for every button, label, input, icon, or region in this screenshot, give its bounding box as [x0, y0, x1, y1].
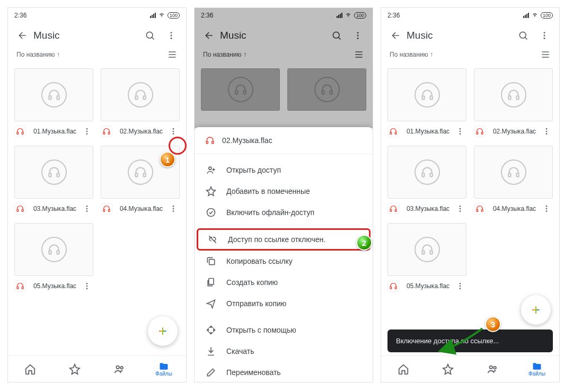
svg-rect-33: [57, 251, 59, 254]
file-more-button[interactable]: [167, 204, 180, 213]
view-list-icon[interactable]: [540, 49, 551, 60]
more-vert-icon: [540, 31, 549, 40]
star-icon: [205, 186, 217, 197]
sheet-item-link-access[interactable]: Доступ по ссылке отключен.: [197, 228, 371, 251]
file-more-button[interactable]: [167, 127, 180, 136]
home-icon: [398, 363, 409, 375]
svg-point-84: [546, 206, 548, 207]
svg-point-91: [460, 283, 461, 284]
file-grid: 01.Музыка.flac 02.Музыка.flac 03.Музыка.…: [381, 64, 559, 296]
rename-icon: [205, 367, 217, 378]
headphones-icon: [41, 82, 67, 108]
file-tile[interactable]: 05.Музыка.flac: [385, 223, 469, 292]
back-button[interactable]: [12, 30, 33, 41]
sheet-label: Создать копию: [226, 278, 278, 287]
sheet-label: Копировать ссылку: [226, 257, 293, 265]
svg-rect-69: [481, 132, 483, 134]
scrim[interactable]: [195, 8, 373, 128]
sheet-label: Скачать: [226, 347, 254, 355]
svg-rect-81: [516, 173, 518, 177]
nav-files[interactable]: Файлы: [142, 356, 186, 382]
svg-rect-74: [430, 173, 432, 177]
folder-icon: [531, 361, 543, 372]
headphones-icon: [415, 159, 440, 185]
file-tile[interactable]: 03.Музыка.flac: [385, 146, 469, 215]
svg-rect-7: [22, 132, 23, 134]
sort-row[interactable]: По названию ↑: [8, 48, 186, 64]
sheet-item-open-with[interactable]: Открыть с помощью: [195, 319, 373, 341]
sheet-item-offline[interactable]: Включить офлайн-доступ: [195, 202, 373, 223]
file-more-button[interactable]: [81, 282, 93, 290]
sheet-item-star[interactable]: Добавить в помеченные: [195, 181, 373, 202]
svg-point-15: [173, 128, 174, 130]
svg-rect-60: [430, 96, 432, 100]
sort-row[interactable]: По названию ↑: [381, 48, 559, 64]
nav-home[interactable]: [381, 356, 426, 382]
file-tile[interactable]: 01.Музыка.flac: [12, 68, 95, 137]
sheet-item-send-copy[interactable]: Отправить копию: [195, 293, 373, 314]
file-more-button[interactable]: [540, 127, 553, 136]
nav-shared[interactable]: [97, 356, 142, 382]
nav-shared[interactable]: [470, 356, 515, 382]
svg-rect-90: [395, 287, 396, 289]
audio-badge-icon: [101, 126, 112, 137]
overflow-button[interactable]: [534, 31, 555, 40]
file-tile[interactable]: 02.Музыка.flac: [472, 68, 555, 137]
nav-starred[interactable]: [52, 356, 97, 382]
file-name: 03.Музыка.flac: [402, 205, 454, 212]
bottom-nav: Файлы: [8, 355, 186, 382]
svg-point-64: [460, 131, 461, 132]
search-button[interactable]: [139, 30, 161, 41]
view-list-icon[interactable]: [167, 49, 178, 60]
star-icon: [69, 363, 81, 375]
svg-rect-27: [103, 209, 105, 211]
audio-badge-icon: [14, 203, 26, 215]
search-button[interactable]: [513, 30, 534, 41]
audio-badge-icon: [14, 126, 26, 137]
nav-files[interactable]: Файлы: [515, 356, 559, 382]
file-more-button[interactable]: [454, 127, 466, 136]
sheet-item-make-copy[interactable]: Создать копию: [195, 272, 373, 293]
overflow-button[interactable]: [161, 31, 182, 40]
sheet-item-copy-link[interactable]: Копировать ссылку: [195, 251, 373, 272]
battery-level: 100: [168, 12, 180, 19]
app-bar-title: Music: [407, 30, 513, 41]
file-more-button[interactable]: [81, 204, 93, 213]
svg-point-0: [146, 32, 153, 38]
step-badge-1: 1: [160, 152, 175, 167]
svg-point-93: [460, 288, 461, 289]
file-tile[interactable]: 05.Музыка.flac: [12, 223, 95, 292]
file-tile[interactable]: 02.Музыка.flac: [99, 68, 182, 137]
svg-point-78: [460, 208, 461, 210]
file-more-button[interactable]: [540, 204, 553, 213]
file-name: 03.Музыка.flac: [29, 205, 81, 212]
file-more-button[interactable]: [81, 127, 93, 136]
file-tile[interactable]: 01.Музыка.flac: [385, 68, 469, 137]
nav-starred[interactable]: [426, 356, 470, 382]
people-icon: [486, 363, 499, 375]
back-button[interactable]: [385, 30, 407, 41]
svg-rect-25: [135, 173, 137, 177]
file-name: 02.Музыка.flac: [116, 128, 167, 135]
file-tile[interactable]: 04.Музыка.flac: [472, 146, 555, 215]
file-more-button[interactable]: [454, 204, 466, 213]
sheet-item-download[interactable]: Скачать: [195, 341, 373, 362]
svg-rect-59: [422, 96, 424, 100]
sheet-item-share[interactable]: Открыть доступ: [195, 159, 373, 181]
svg-point-40: [120, 366, 123, 369]
audio-badge-icon: [204, 135, 216, 146]
svg-rect-5: [57, 96, 59, 100]
svg-point-86: [546, 210, 548, 212]
nav-home[interactable]: [8, 356, 52, 382]
svg-point-8: [86, 128, 88, 130]
fab-add[interactable]: +: [148, 316, 178, 346]
file-tile[interactable]: 03.Музыка.flac: [12, 146, 95, 215]
sheet-item-rename[interactable]: Переименовать: [195, 362, 373, 382]
svg-point-9: [86, 131, 88, 132]
svg-point-29: [173, 206, 174, 207]
file-more-button[interactable]: [454, 282, 466, 290]
svg-rect-12: [143, 96, 145, 100]
svg-point-16: [173, 131, 174, 132]
fab-add[interactable]: +: [521, 295, 551, 325]
nav-files-label: Файлы: [155, 371, 172, 377]
